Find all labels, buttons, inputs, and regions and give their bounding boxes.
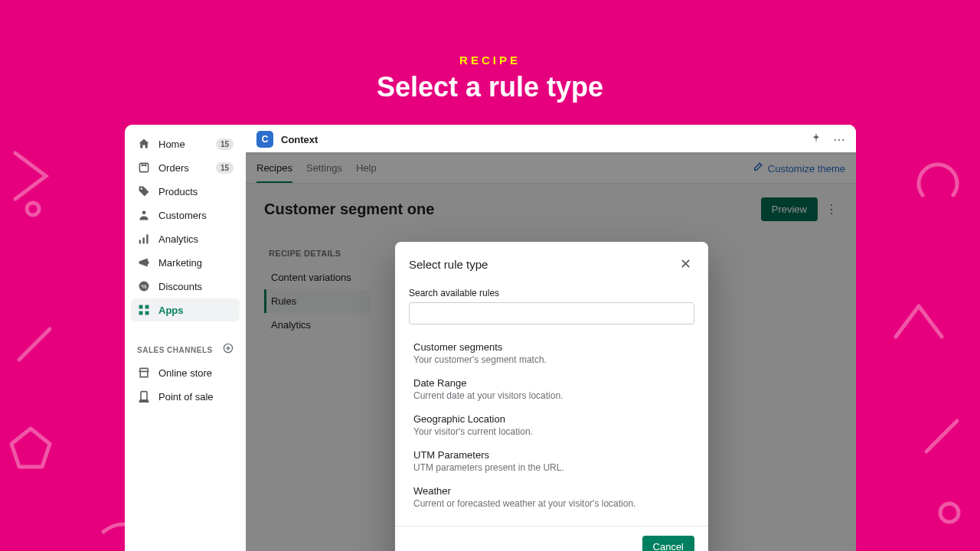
- sidebar-channel-pos[interactable]: Point of sale: [131, 385, 240, 408]
- svg-rect-6: [142, 237, 144, 243]
- products-icon: [137, 184, 151, 198]
- page-title: Select a rule type: [0, 71, 980, 103]
- svg-marker-1: [11, 429, 50, 467]
- sidebar-item-customers[interactable]: Customers: [131, 204, 240, 227]
- rule-title: Date Range: [413, 377, 690, 389]
- sidebar-item-apps[interactable]: Apps: [131, 298, 240, 321]
- sidebar-label: Products: [158, 186, 234, 197]
- cancel-button[interactable]: Cancel: [642, 536, 694, 551]
- rule-title: Weather: [413, 485, 690, 497]
- rule-option-date-range[interactable]: Date Range Current date at your visitors…: [409, 371, 694, 407]
- modal-title: Select rule type: [409, 258, 488, 271]
- store-icon: [137, 366, 151, 380]
- sidebar-label: Point of sale: [158, 391, 234, 403]
- svg-rect-11: [145, 305, 149, 309]
- top-bar: C Context ⋯: [246, 125, 856, 155]
- rule-desc: Current or forecasted weather at your vi…: [413, 498, 690, 509]
- search-label: Search available rules: [409, 288, 694, 298]
- eyebrow: RECIPE: [0, 54, 980, 67]
- sidebar-item-marketing[interactable]: Marketing: [131, 251, 240, 274]
- add-channel-icon[interactable]: [223, 343, 234, 357]
- rule-title: Customer segments: [413, 341, 690, 353]
- sidebar-label: Discounts: [158, 281, 234, 292]
- sidebar-channel-online[interactable]: Online store: [131, 361, 240, 384]
- svg-rect-7: [146, 234, 148, 243]
- rule-option-weather[interactable]: Weather Current or forecasted weather at…: [409, 479, 694, 515]
- rule-option-customer-segments[interactable]: Customer segments Your customer's segmen…: [409, 335, 694, 371]
- rule-title: UTM Parameters: [413, 449, 690, 461]
- sidebar-label: Analytics: [158, 233, 234, 245]
- rule-list: Customer segments Your customer's segmen…: [409, 335, 694, 515]
- close-button[interactable]: ✕: [677, 253, 694, 276]
- rule-desc: Your customer's segment match.: [413, 354, 690, 365]
- app-name: Context: [281, 134, 318, 145]
- sidebar-item-home[interactable]: Home 15: [131, 132, 240, 155]
- pos-icon: [137, 390, 151, 403]
- marketing-icon: [137, 256, 151, 269]
- discounts-icon: %: [137, 279, 151, 293]
- sidebar: Home 15 Orders 15 Products Customers Ana…: [125, 125, 246, 551]
- sidebar-item-orders[interactable]: Orders 15: [131, 156, 240, 179]
- customers-icon: [137, 208, 151, 222]
- rule-title: Geographic Location: [413, 413, 690, 425]
- svg-rect-15: [141, 392, 147, 400]
- apps-icon: [137, 303, 151, 317]
- rule-desc: UTM parameters present in the URL.: [413, 462, 690, 473]
- svg-rect-10: [139, 305, 143, 309]
- svg-point-4: [142, 210, 146, 214]
- sidebar-badge: 15: [216, 162, 234, 174]
- svg-text:%: %: [141, 283, 146, 290]
- svg-rect-5: [139, 240, 141, 244]
- pin-icon[interactable]: [810, 132, 822, 147]
- analytics-icon: [137, 232, 151, 246]
- sidebar-item-discounts[interactable]: % Discounts: [131, 275, 240, 298]
- svg-point-2: [940, 504, 959, 522]
- rule-desc: Current date at your visitors location.: [413, 390, 690, 401]
- sidebar-label: Home: [158, 139, 216, 150]
- svg-point-0: [27, 203, 39, 215]
- sidebar-label: Apps: [158, 305, 234, 316]
- sidebar-label: Customers: [158, 210, 234, 221]
- close-icon: ✕: [680, 256, 691, 272]
- sidebar-item-analytics[interactable]: Analytics: [131, 227, 240, 250]
- search-input[interactable]: [409, 302, 694, 324]
- sidebar-label: Orders: [158, 162, 216, 174]
- orders-icon: [137, 161, 151, 174]
- rule-option-geographic[interactable]: Geographic Location Your visitor's curre…: [409, 407, 694, 443]
- home-icon: [137, 137, 151, 151]
- sidebar-label: Online store: [158, 367, 234, 379]
- sidebar-label: Marketing: [158, 257, 234, 269]
- rule-desc: Your visitor's current location.: [413, 426, 690, 437]
- app-logo: C: [256, 131, 273, 148]
- sidebar-item-products[interactable]: Products: [131, 180, 240, 203]
- rule-option-utm[interactable]: UTM Parameters UTM parameters present in…: [409, 443, 694, 479]
- more-icon[interactable]: ⋯: [833, 132, 845, 147]
- svg-rect-13: [145, 311, 149, 315]
- rule-type-modal: Select rule type ✕ Search available rule…: [395, 242, 708, 551]
- sidebar-badge: 15: [216, 139, 234, 150]
- sidebar-section-title: SALES CHANNELS: [137, 346, 213, 354]
- svg-rect-12: [139, 311, 143, 315]
- sidebar-section: SALES CHANNELS: [131, 337, 240, 361]
